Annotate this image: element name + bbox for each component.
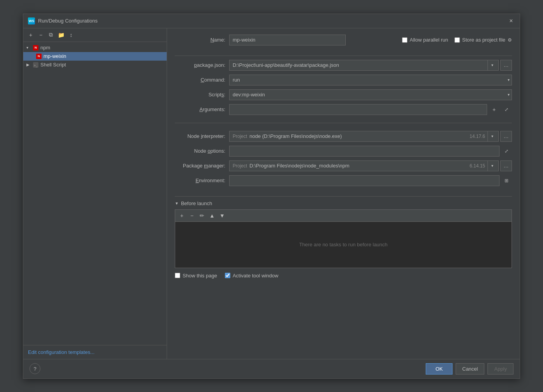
node-interpreter-select-area: Project node (D:\Program Files\nodejs\no… [229,131,499,142]
remove-config-button[interactable]: − [37,31,45,39]
node-interpreter-dropdown[interactable]: ▾ [487,131,497,141]
activate-tool-window-label[interactable]: Activate tool window [225,273,278,279]
before-launch-content: There are no tasks to run before launch [175,221,512,268]
shell-script-icon: >_ [33,62,39,68]
allow-parallel-run-label[interactable]: Allow parallel run [402,37,448,43]
package-manager-dropdown[interactable]: ▾ [487,161,497,171]
separator-3 [175,196,512,197]
main-content: + − ⧉ 📁 ↕ ▾ N npm N [23,28,520,359]
before-launch-add-button[interactable]: + [178,211,186,220]
before-launch-toolbar: + − ✏ ▲ ▼ [175,209,512,221]
package-json-control: D:\Project\uni-app\beautify-avatar\packa… [229,60,512,71]
close-button[interactable]: × [507,17,515,25]
header-right: Allow parallel run Store as project file… [402,37,512,43]
arguments-control: + ⤢ [229,104,512,115]
allow-parallel-run-checkbox[interactable] [402,37,407,43]
node-interpreter-tag: Project [233,134,247,139]
package-json-select-area: D:\Project\uni-app\beautify-avatar\packa… [229,60,499,71]
node-interpreter-browse-button[interactable]: … [500,131,512,142]
sort-config-button[interactable]: ↕ [67,31,75,39]
package-manager-control: Project D:\Program Files\nodejs\node_mod… [229,160,512,171]
store-project-icon: ⚙ [508,37,512,43]
config-tree: ▾ N npm N mp-weixin ▶ >_ [23,42,167,345]
cancel-button[interactable]: Cancel [456,363,484,375]
package-manager-select-area: Project D:\Program Files\nodejs\node_mod… [229,160,499,171]
package-json-row: package.json: D:\Project\uni-app\beautif… [175,60,512,71]
before-launch-edit-button[interactable]: ✏ [198,211,206,220]
ok-button[interactable]: OK [426,363,452,375]
environment-control: ⊞ [229,175,512,186]
node-interpreter-row: Node interpreter: Project node (D:\Progr… [175,131,512,142]
apply-button[interactable]: Apply [487,363,513,375]
add-config-button[interactable]: + [26,31,35,39]
copy-config-button[interactable]: ⧉ [47,31,55,39]
package-manager-row: Package manager: Project D:\Program File… [175,160,512,171]
scripts-select[interactable]: dev:mp-weixin [229,89,512,100]
separator-2 [175,123,512,123]
node-options-row: Node options: ⤢ [175,146,512,157]
npm-icon-badge: N [33,45,38,51]
right-panel: Name: Allow parallel run Store as projec… [167,28,520,359]
tree-group-shell-arrow: ▶ [26,63,31,67]
sidebar: + − ⧉ 📁 ↕ ▾ N npm N [23,28,167,359]
move-to-folder-button[interactable]: 📁 [57,31,65,39]
arguments-input[interactable] [229,104,487,115]
mp-weixin-icon: N [36,53,42,59]
show-this-page-label[interactable]: Show this page [175,273,217,279]
tree-group-npm[interactable]: ▾ N npm [23,44,167,52]
name-input[interactable] [229,35,346,45]
app-logo: WS [28,17,35,24]
environment-table-icon[interactable]: ⊞ [501,175,512,186]
node-options-input[interactable] [229,146,499,157]
sidebar-toolbar: + − ⧉ 📁 ↕ [23,28,167,42]
package-json-value: D:\Project\uni-app\beautify-avatar\packa… [233,62,485,68]
show-this-page-checkbox[interactable] [175,273,180,278]
store-as-project-file-checkbox[interactable] [454,37,460,43]
environment-input[interactable] [229,175,499,186]
run-debug-dialog: WS Run/Debug Configurations × + − ⧉ 📁 ↕ … [23,14,520,379]
tree-item-mp-weixin[interactable]: N mp-weixin [23,52,167,61]
dialog-title: Run/Debug Configurations [38,18,97,24]
edit-templates-link[interactable]: Edit configuration templates... [28,349,94,355]
package-manager-value: D:\Program Files\nodejs\node_modules\npm [249,163,467,169]
before-launch-title: Before launch [181,200,212,206]
command-select-wrapper: run install test build ▾ [229,75,512,85]
bottom-options: Show this page Activate tool window [175,273,512,279]
node-options-expand-icon[interactable]: ⤢ [501,146,512,157]
activate-tool-window-text: Activate tool window [233,273,278,279]
show-this-page-text: Show this page [183,273,217,279]
node-options-label: Node options: [175,148,225,154]
before-launch-collapse-arrow[interactable]: ▼ [175,201,179,206]
title-bar-left: WS Run/Debug Configurations [28,17,97,24]
allow-parallel-run-text: Allow parallel run [410,37,448,43]
node-interpreter-label: Node interpreter: [175,133,225,139]
activate-tool-window-checkbox[interactable] [225,273,230,278]
separator-1 [175,56,512,56]
before-launch-up-button[interactable]: ▲ [208,211,216,220]
help-button[interactable]: ? [30,363,40,374]
command-control: run install test build ▾ [229,75,512,85]
before-launch-section: ▼ Before launch + − ✏ ▲ ▼ There are no t… [175,200,512,268]
npm-group-icon: N [33,45,39,51]
arguments-expand-icon[interactable]: ⤢ [501,104,512,115]
store-as-project-file-label[interactable]: Store as project file ⚙ [454,37,512,43]
package-manager-label: Package manager: [175,163,225,169]
arguments-row: Arguments: + ⤢ [175,104,512,115]
empty-tasks-label: There are no tasks to run before launch [299,242,388,247]
package-json-label: package.json: [175,62,225,68]
tree-group-shell[interactable]: ▶ >_ Shell Script [23,61,167,69]
package-json-dropdown[interactable]: ▾ [487,60,497,70]
node-interpreter-control: Project node (D:\Program Files\nodejs\no… [229,131,512,142]
package-json-browse-button[interactable]: … [500,60,512,71]
package-manager-version: 6.14.15 [470,163,485,169]
arguments-add-icon[interactable]: + [489,104,499,115]
before-launch-remove-button[interactable]: − [188,211,196,220]
node-interpreter-version: 14.17.6 [470,134,485,139]
package-manager-browse-button[interactable]: … [500,160,512,171]
command-select[interactable]: run install test build [229,75,512,85]
before-launch-header: ▼ Before launch [175,200,512,206]
form-section: package.json: D:\Project\uni-app\beautif… [175,60,512,186]
npm-item-icon-badge: N [36,54,42,59]
before-launch-down-button[interactable]: ▼ [218,211,226,220]
store-as-project-file-text: Store as project file [462,37,505,43]
